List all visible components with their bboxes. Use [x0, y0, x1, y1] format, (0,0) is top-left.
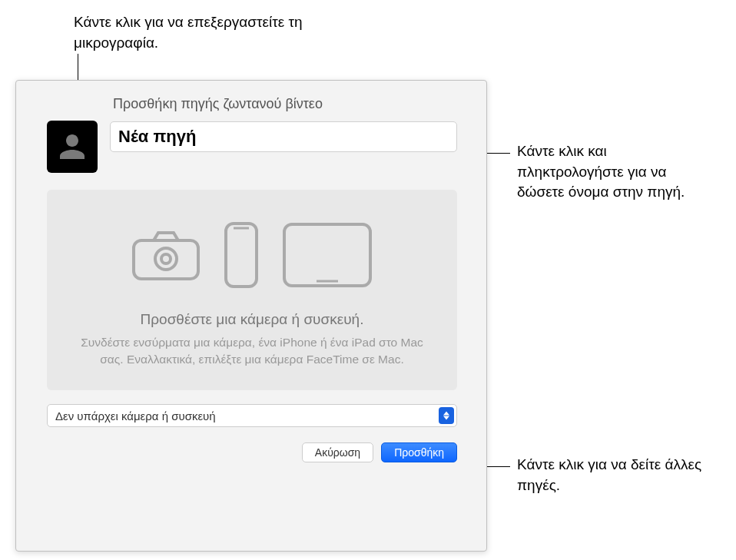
device-icons-row — [65, 220, 439, 290]
callout-thumbnail: Κάντε κλικ για να επεξεργαστείτε τη μικρ… — [74, 12, 320, 53]
add-video-source-dialog: Προσθήκη πηγής ζωντανού βίντεο — [41, 96, 463, 462]
dialog-header: Προσθήκη πηγής ζωντανού βίντεο — [41, 96, 463, 173]
svg-rect-0 — [134, 240, 198, 279]
add-button[interactable]: Προσθήκη — [381, 442, 457, 462]
svg-rect-3 — [226, 224, 257, 287]
svg-point-2 — [161, 254, 171, 263]
device-prompt-text: Συνδέστε ενσύρματα μια κάμερα, ένα iPhon… — [65, 334, 439, 367]
callout-name-input: Κάντε κλικ και πληκτρολογήστε για να δώσ… — [517, 141, 717, 203]
ipad-icon — [281, 221, 373, 289]
device-selection-area: Προσθέστε μια κάμερα ή συσκευή. Συνδέστε… — [47, 190, 457, 390]
svg-point-1 — [155, 248, 177, 270]
source-name-input[interactable] — [110, 121, 457, 152]
header-content: Προσθήκη πηγής ζωντανού βίντεο — [110, 96, 457, 152]
dropdown-value: Δεν υπάρχει κάμερα ή συσκευή — [47, 404, 457, 427]
camera-device-dropdown[interactable]: Δεν υπάρχει κάμερα ή συσκευή — [47, 404, 457, 427]
dialog-window: Προσθήκη πηγής ζωντανού βίντεο — [15, 80, 487, 552]
cancel-button[interactable]: Ακύρωση — [302, 442, 373, 462]
dialog-buttons: Ακύρωση Προσθήκη — [47, 442, 457, 462]
device-prompt-title: Προσθέστε μια κάμερα ή συσκευή. — [65, 311, 439, 328]
person-silhouette-icon — [54, 128, 91, 165]
dialog-title: Προσθήκη πηγής ζωντανού βίντεο — [110, 96, 457, 112]
source-thumbnail[interactable] — [47, 121, 98, 173]
svg-rect-5 — [284, 224, 370, 286]
callout-dropdown: Κάντε κλικ για να δείτε άλλες πηγές. — [517, 455, 717, 495]
camera-icon — [131, 228, 201, 282]
iphone-icon — [223, 220, 260, 290]
